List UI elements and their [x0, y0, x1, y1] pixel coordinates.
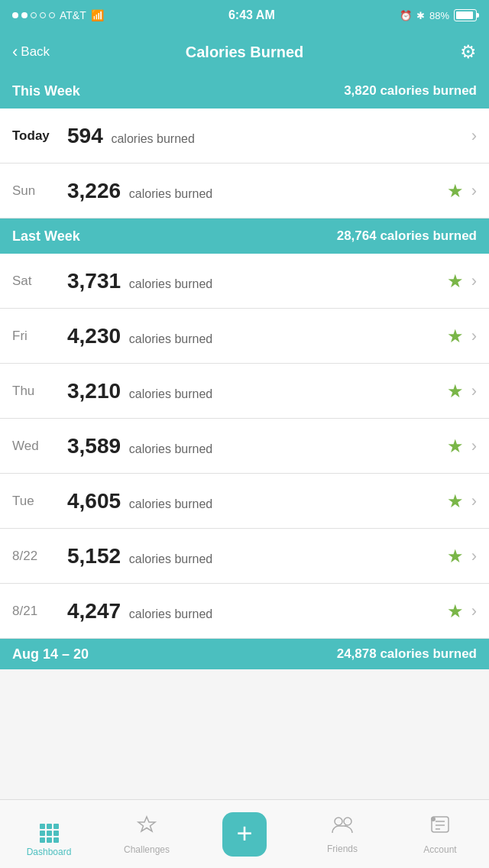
- cal-number: 594: [67, 124, 103, 147]
- dot-5: [49, 12, 55, 18]
- friends-icon: [331, 815, 354, 840]
- wifi-icon: 📶: [91, 9, 104, 21]
- battery-icon: [454, 9, 477, 21]
- cal-number: 4,605: [67, 489, 121, 513]
- cal-number: 5,152: [67, 544, 121, 568]
- chevron-right-icon: ›: [471, 271, 477, 291]
- row-calories: 594 calories burned: [67, 124, 471, 148]
- cal-label: calories burned: [129, 607, 212, 620]
- table-row[interactable]: Fri 4,230 calories burned ★ ›: [0, 309, 489, 364]
- back-button[interactable]: ‹ Back: [12, 44, 50, 60]
- row-day: Tue: [12, 494, 67, 509]
- chevron-right-icon: ›: [471, 326, 477, 346]
- row-day: Today: [12, 128, 67, 144]
- tab-dashboard-label: Dashboard: [27, 847, 72, 857]
- tab-bar: Dashboard Challenges + Friends: [0, 799, 489, 868]
- goal-star-icon: ★: [447, 436, 464, 457]
- add-button[interactable]: +: [222, 812, 267, 857]
- tab-friends-label: Friends: [327, 844, 358, 854]
- gear-icon: ⚙: [460, 41, 477, 62]
- alarm-icon: ⏰: [400, 10, 412, 21]
- cal-label: calories burned: [129, 442, 212, 455]
- tab-friends[interactable]: Friends: [293, 800, 391, 868]
- cal-number: 3,210: [67, 379, 121, 403]
- cal-number: 4,230: [67, 324, 121, 348]
- settings-button[interactable]: ⚙: [460, 41, 477, 63]
- status-left: AT&T 📶: [12, 9, 104, 21]
- chevron-right-icon: ›: [471, 436, 477, 456]
- goal-star-icon: ★: [447, 601, 464, 622]
- tab-challenges-label: Challenges: [124, 844, 170, 855]
- last-week-header: Last Week 28,764 calories burned: [0, 219, 489, 254]
- chevron-right-icon: ›: [471, 601, 477, 621]
- cal-number: 3,226: [67, 179, 121, 202]
- tab-dashboard[interactable]: Dashboard: [0, 800, 98, 868]
- this-week-total: 3,820 calories burned: [344, 83, 477, 99]
- table-row[interactable]: Today 594 calories burned ›: [0, 108, 489, 164]
- battery-fill: [456, 11, 473, 19]
- cal-label: calories burned: [129, 332, 212, 345]
- tab-account-label: Account: [423, 844, 456, 855]
- row-calories: 5,152 calories burned: [67, 544, 447, 568]
- bluetooth-icon: ✱: [416, 10, 425, 21]
- tab-challenges[interactable]: Challenges: [98, 800, 196, 868]
- table-row[interactable]: 8/22 5,152 calories burned ★ ›: [0, 529, 489, 584]
- cal-label: calories burned: [111, 132, 194, 145]
- row-calories: 3,589 calories burned: [67, 434, 447, 458]
- tab-account[interactable]: Account: [391, 800, 489, 868]
- aug14-20-header: Aug 14 – 20 24,878 calories burned: [0, 639, 489, 669]
- goal-star-icon: ★: [447, 491, 464, 512]
- row-calories: 4,247 calories burned: [67, 599, 447, 623]
- dot-3: [31, 12, 37, 18]
- table-row[interactable]: Tue 4,605 calories burned ★ ›: [0, 474, 489, 529]
- time-label: 6:43 AM: [228, 8, 275, 22]
- battery-percent: 88%: [429, 10, 449, 21]
- cal-number: 3,589: [67, 434, 121, 458]
- header: ‹ Back Calories Burned ⚙: [0, 31, 489, 73]
- table-row[interactable]: Sat 3,731 calories burned ★ ›: [0, 254, 489, 309]
- cal-label: calories burned: [129, 497, 212, 510]
- goal-star-icon: ★: [447, 546, 464, 567]
- chevron-right-icon: ›: [471, 491, 477, 511]
- chevron-right-icon: ›: [471, 126, 477, 146]
- svg-point-1: [335, 818, 342, 825]
- table-row[interactable]: Thu 3,210 calories burned ★ ›: [0, 364, 489, 419]
- row-day: Fri: [12, 329, 67, 344]
- table-row[interactable]: Wed 3,589 calories burned ★ ›: [0, 419, 489, 474]
- row-day: Wed: [12, 439, 67, 454]
- chevron-right-icon: ›: [471, 181, 477, 201]
- table-row[interactable]: 8/21 4,247 calories burned ★ ›: [0, 584, 489, 639]
- challenges-icon: [136, 814, 157, 840]
- svg-point-2: [344, 818, 351, 825]
- row-calories: 3,226 calories burned: [67, 179, 447, 203]
- last-week-total: 28,764 calories burned: [337, 228, 477, 244]
- signal-dots: [12, 12, 55, 18]
- aug14-20-label: Aug 14 – 20: [12, 646, 89, 662]
- dashboard-icon: [40, 811, 59, 843]
- row-day: Sat: [12, 274, 67, 289]
- carrier-label: AT&T: [60, 9, 86, 21]
- content-area: This Week 3,820 calories burned Today 59…: [0, 73, 489, 738]
- status-right: ⏰ ✱ 88%: [400, 9, 477, 21]
- row-calories: 4,230 calories burned: [67, 324, 447, 348]
- page-title: Calories Burned: [186, 44, 303, 61]
- table-row[interactable]: Sun 3,226 calories burned ★ ›: [0, 164, 489, 219]
- cal-label: calories burned: [129, 387, 212, 400]
- row-day: Sun: [12, 183, 67, 199]
- goal-star-icon: ★: [447, 326, 464, 347]
- back-label: Back: [21, 44, 50, 60]
- chevron-right-icon: ›: [471, 381, 477, 401]
- svg-point-7: [431, 817, 436, 821]
- tab-add[interactable]: +: [196, 800, 293, 868]
- goal-star-icon: ★: [447, 381, 464, 402]
- add-plus-icon: +: [236, 820, 252, 847]
- this-week-header: This Week 3,820 calories burned: [0, 73, 489, 108]
- this-week-label: This Week: [12, 83, 80, 99]
- row-day: Thu: [12, 384, 67, 399]
- dot-4: [40, 12, 46, 18]
- back-chevron-icon: ‹: [12, 44, 18, 60]
- last-week-label: Last Week: [12, 228, 80, 245]
- chevron-right-icon: ›: [471, 546, 477, 566]
- cal-label: calories burned: [129, 187, 212, 200]
- cal-label: calories burned: [129, 277, 212, 290]
